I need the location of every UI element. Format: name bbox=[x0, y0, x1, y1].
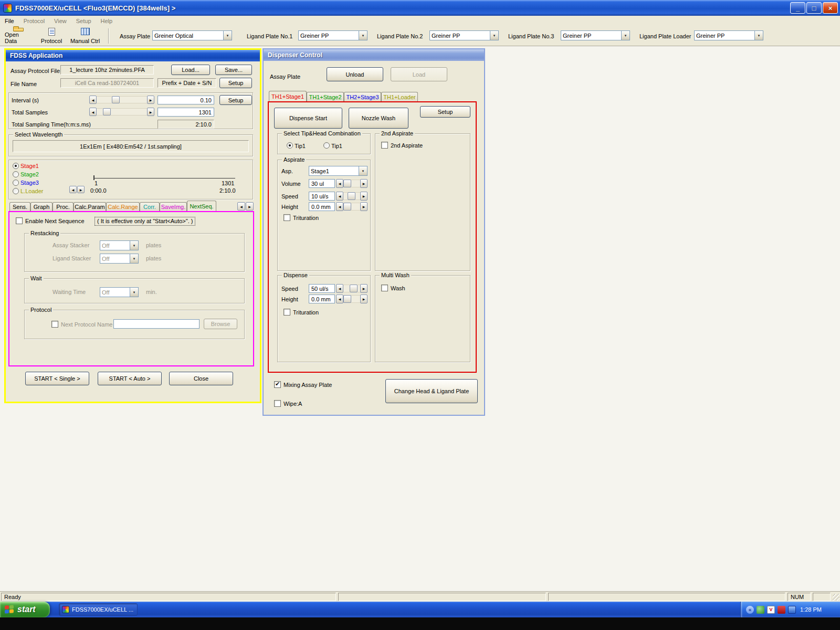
ligand-loader-select[interactable]: Greiner PP ▼ bbox=[694, 30, 763, 40]
open-data-button[interactable]: Open Data bbox=[3, 27, 34, 45]
l-loader-radio[interactable] bbox=[13, 188, 19, 194]
aspirate-trituration-checkbox[interactable] bbox=[284, 214, 290, 221]
dispense-speed-field[interactable]: 50 ul/s bbox=[309, 284, 335, 293]
assay-plate-select[interactable]: Greiner Optical ▼ bbox=[152, 30, 232, 40]
menu-file[interactable]: File bbox=[0, 18, 19, 24]
close-button[interactable]: × bbox=[823, 2, 838, 14]
protocol-button[interactable]: Protocol bbox=[37, 27, 66, 45]
tab-sens[interactable]: Sens. bbox=[9, 202, 30, 211]
fdss-titlebar[interactable]: FDSS Application bbox=[6, 50, 260, 61]
tip1b-label[interactable]: Tip1 bbox=[331, 143, 342, 150]
manual-ctrl-button[interactable]: Manual Ctrl bbox=[68, 27, 102, 45]
tab-th1-stage2[interactable]: TH1+Stage2 bbox=[307, 92, 344, 101]
menu-view[interactable]: View bbox=[49, 18, 71, 24]
l-loader-label[interactable]: L.Loader bbox=[20, 188, 43, 195]
dispense-height-track[interactable] bbox=[343, 295, 360, 303]
aspirate-speed-track[interactable] bbox=[343, 192, 360, 200]
stage1-radio[interactable] bbox=[13, 163, 19, 169]
tray-display-icon[interactable] bbox=[788, 606, 796, 614]
tab-th2-stage3[interactable]: TH2+Stage3 bbox=[344, 92, 381, 101]
save-button[interactable]: Save... bbox=[215, 65, 252, 75]
dispense-height-increase-button[interactable]: ▶ bbox=[360, 295, 368, 303]
dispense-speed-track[interactable] bbox=[343, 285, 360, 292]
dispense-height-field[interactable]: 0.0 mm bbox=[309, 295, 335, 303]
interval-setup-button[interactable]: Setup bbox=[219, 95, 252, 105]
asp-select[interactable]: Stage1 ▼ bbox=[309, 166, 368, 176]
tab-scroll-right-button[interactable]: ▶ bbox=[246, 202, 254, 211]
dispense-start-button[interactable]: Dispense Start bbox=[274, 108, 342, 129]
dispense-trituration-label[interactable]: Trituration bbox=[293, 309, 319, 316]
tray-antivirus-icon[interactable] bbox=[757, 606, 764, 614]
volume-field[interactable]: 30 ul bbox=[309, 179, 335, 188]
range-left-button[interactable]: ◀ bbox=[69, 186, 77, 193]
tab-th1-loader[interactable]: TH1+Loader bbox=[381, 92, 418, 101]
interval-increase-button[interactable]: ▶ bbox=[147, 96, 154, 104]
tab-corr[interactable]: Corr. bbox=[140, 202, 160, 211]
tab-scroll-left-button[interactable]: ◀ bbox=[237, 202, 245, 211]
wash-label[interactable]: Wash bbox=[391, 285, 405, 292]
dispenser-titlebar[interactable]: Dispenser Control bbox=[264, 49, 484, 61]
dispense-height-thumb[interactable] bbox=[343, 295, 351, 303]
tip1b-radio[interactable] bbox=[323, 142, 330, 149]
dropdown-arrow-icon[interactable]: ▼ bbox=[621, 31, 629, 40]
tab-graph[interactable]: Graph bbox=[30, 202, 52, 211]
start-auto-button[interactable]: START < Auto > bbox=[98, 372, 162, 385]
load-button[interactable]: Load... bbox=[171, 65, 210, 75]
wash-checkbox[interactable] bbox=[381, 285, 388, 291]
aspirate-speed-decrease-button[interactable]: ◀ bbox=[336, 192, 343, 201]
total-samples-field[interactable]: 1301 bbox=[158, 108, 214, 117]
total-samples-track[interactable] bbox=[97, 108, 147, 116]
tab-saveimg[interactable]: SaveImg. bbox=[160, 202, 187, 211]
maximize-button[interactable]: □ bbox=[806, 2, 822, 14]
start-single-button[interactable]: START < Single > bbox=[25, 372, 89, 385]
tab-calc-param[interactable]: Calc.Param bbox=[74, 202, 106, 211]
taskbar-task-fdss[interactable]: FDSS7000EX/uCELL ... bbox=[59, 603, 138, 616]
dropdown-arrow-icon[interactable]: ▼ bbox=[223, 31, 232, 40]
stage2-label[interactable]: Stage2 bbox=[20, 171, 39, 178]
stage1-label[interactable]: Stage1 bbox=[20, 163, 39, 170]
stage3-radio[interactable] bbox=[13, 180, 19, 186]
tray-alert-icon[interactable] bbox=[778, 606, 785, 614]
sample-range-track[interactable] bbox=[93, 178, 235, 178]
aspirate-speed-thumb[interactable] bbox=[348, 192, 355, 200]
dispense-trituration-checkbox[interactable] bbox=[284, 309, 290, 316]
fdss-close-button[interactable]: Close bbox=[169, 372, 233, 385]
tab-th1-stage1[interactable]: TH1+Stage1 bbox=[269, 91, 307, 101]
aspirate-speed-field[interactable]: 10 ul/s bbox=[309, 192, 335, 201]
tab-proc[interactable]: Proc. bbox=[52, 202, 74, 211]
dropdown-arrow-icon[interactable]: ▼ bbox=[490, 31, 498, 40]
dispense-height-decrease-button[interactable]: ◀ bbox=[336, 295, 343, 303]
aspirate-height-field[interactable]: 0.0 mm bbox=[309, 202, 335, 211]
hide-icons-button[interactable]: « bbox=[746, 606, 754, 614]
mixing-assay-plate-label[interactable]: Mixing Assay Plate bbox=[284, 382, 332, 388]
dispense-speed-decrease-button[interactable]: ◀ bbox=[336, 284, 343, 293]
range-right-button[interactable]: ▶ bbox=[77, 186, 85, 193]
dispenser-setup-button[interactable]: Setup bbox=[420, 106, 470, 118]
dropdown-arrow-icon[interactable]: ▼ bbox=[359, 31, 367, 40]
dispense-speed-thumb[interactable] bbox=[350, 285, 358, 292]
menu-help[interactable]: Help bbox=[96, 18, 118, 24]
mixing-assay-plate-checkbox[interactable] bbox=[274, 381, 281, 388]
interval-field[interactable]: 0.10 bbox=[158, 96, 214, 104]
tray-v2-icon[interactable]: V bbox=[767, 606, 775, 614]
menu-protocol[interactable]: Protocol bbox=[19, 18, 49, 24]
aspirate-height-thumb[interactable] bbox=[343, 203, 351, 211]
interval-thumb[interactable] bbox=[112, 96, 120, 103]
enable-next-sequence-label[interactable]: Enable Next Sequence bbox=[25, 218, 85, 225]
enable-next-sequence-checkbox[interactable] bbox=[16, 217, 23, 224]
dispense-speed-increase-button[interactable]: ▶ bbox=[360, 284, 368, 293]
volume-track[interactable] bbox=[343, 180, 360, 187]
start-button[interactable]: start bbox=[0, 602, 50, 617]
tip1-radio[interactable] bbox=[287, 142, 293, 149]
interval-track[interactable] bbox=[97, 96, 147, 103]
volume-thumb[interactable] bbox=[343, 180, 351, 187]
menu-setup[interactable]: Setup bbox=[71, 18, 96, 24]
stage3-label[interactable]: Stage3 bbox=[20, 180, 39, 186]
total-samples-decrease-button[interactable]: ◀ bbox=[89, 108, 97, 116]
volume-decrease-button[interactable]: ◀ bbox=[336, 179, 343, 188]
tip1-label[interactable]: Tip1 bbox=[295, 143, 306, 150]
aspirate-speed-increase-button[interactable]: ▶ bbox=[360, 192, 368, 201]
total-samples-thumb[interactable] bbox=[103, 108, 111, 116]
dropdown-arrow-icon[interactable]: ▼ bbox=[754, 31, 763, 40]
unload-button[interactable]: Unload bbox=[327, 67, 383, 81]
